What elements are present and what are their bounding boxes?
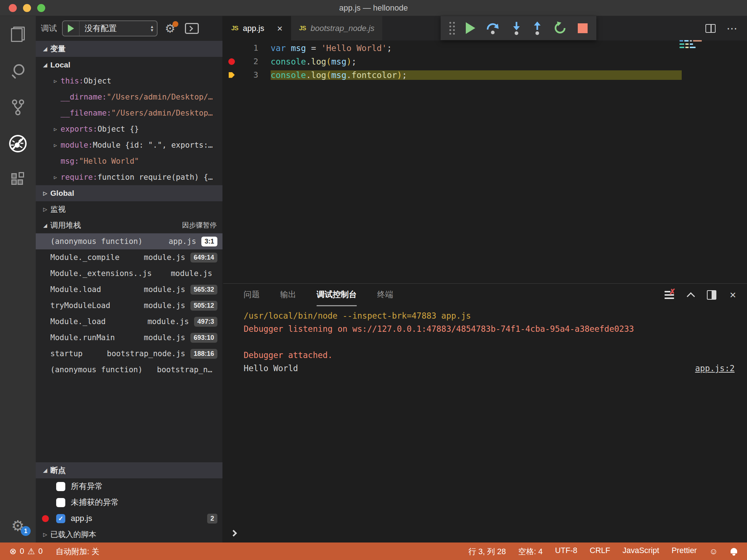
- breakpoint-label: 未捕获的异常: [71, 497, 119, 508]
- more-actions-icon[interactable]: ⋯: [727, 26, 738, 31]
- status-item[interactable]: CRLF: [590, 546, 610, 557]
- code-line[interactable]: 2console.log(msg);: [223, 55, 747, 68]
- search-icon[interactable]: [0, 52, 36, 89]
- variable-row[interactable]: ▷require: function require(path) {…: [36, 169, 222, 185]
- twistie-icon: ▷: [50, 142, 61, 148]
- breakpoint-checkbox[interactable]: [56, 498, 65, 507]
- close-panel-icon[interactable]: ×: [729, 289, 736, 300]
- call-stack-frame[interactable]: (anonymous function)bootstrap_n…: [36, 362, 222, 378]
- breakpoint-row[interactable]: 未捕获的异常: [36, 494, 222, 510]
- code-token: msg: [331, 57, 347, 66]
- configure-launch-button[interactable]: ⚙: [165, 23, 175, 34]
- step-out-button[interactable]: [532, 21, 542, 35]
- prompt-chevron-icon: [230, 530, 237, 536]
- auto-attach-status[interactable]: 自动附加: 关: [56, 546, 99, 557]
- close-tab-icon[interactable]: ×: [277, 24, 283, 33]
- console-text: Debugger attached.: [244, 349, 333, 362]
- source-location-link[interactable]: app.js:2: [695, 362, 747, 375]
- variable-row[interactable]: msg: "Hello World": [36, 153, 222, 169]
- gutter-decoration[interactable]: [223, 58, 240, 65]
- tree-section-row[interactable]: ◢Local: [36, 57, 222, 73]
- panel-tab-终端[interactable]: 终端: [377, 284, 393, 306]
- launch-configuration-dropdown[interactable]: 没有配置 ▴▾: [62, 20, 158, 36]
- code-line[interactable]: 3console.log(msg.fontcolor);: [223, 68, 747, 82]
- tree-section-row[interactable]: ▷Global: [36, 185, 222, 201]
- code-token: msg: [331, 70, 347, 80]
- continue-button[interactable]: [466, 22, 475, 34]
- notifications-bell-icon[interactable]: [730, 547, 738, 555]
- call-stack-frame[interactable]: Module._extensions..jsmodule.js: [36, 265, 222, 281]
- editor-tab[interactable]: JSapp.js×: [223, 16, 291, 40]
- call-stack-frame[interactable]: (anonymous function)app.js3:1: [36, 233, 222, 249]
- open-debug-console-button[interactable]: [185, 23, 199, 34]
- status-item[interactable]: Prettier: [671, 546, 697, 557]
- step-over-button[interactable]: [486, 22, 500, 35]
- minimize-window-button[interactable]: [23, 4, 31, 12]
- editor-tab[interactable]: JSbootstrap_node.js: [291, 16, 383, 40]
- call-stack-frame[interactable]: Module.runMainmodule.js693:10: [36, 330, 222, 346]
- tree-section-row[interactable]: ▷监视: [36, 201, 222, 217]
- tree-section-row[interactable]: ◢调用堆栈因步骤暂停: [36, 217, 222, 233]
- editor-gutter[interactable]: 2: [223, 57, 271, 66]
- status-item[interactable]: UTF-8: [555, 546, 577, 557]
- breakpoint-dot-icon: [228, 58, 235, 65]
- zoom-window-button[interactable]: [37, 4, 45, 12]
- breakpoint-row[interactable]: 所有异常: [36, 478, 222, 494]
- debug-console-input[interactable]: [223, 526, 747, 540]
- loaded-scripts-header[interactable]: ▷已载入的脚本: [36, 526, 222, 542]
- frame-line-badge: 565:32: [190, 285, 217, 295]
- debug-console-output: /usr/local/bin/node --inspect-brk=47883 …: [223, 306, 747, 375]
- variable-name: exports:: [61, 125, 97, 133]
- call-stack-frame[interactable]: Module._compilemodule.js649:14: [36, 249, 222, 265]
- gutter-decoration[interactable]: [223, 72, 240, 78]
- breakpoint-checkbox[interactable]: [56, 482, 65, 491]
- variable-row[interactable]: ▷exports: Object {}: [36, 121, 222, 137]
- maximize-panel-chevron-icon[interactable]: [687, 292, 695, 301]
- variable-row[interactable]: __dirname: "/Users/admin/Desktop/…: [36, 89, 222, 105]
- step-into-button[interactable]: [511, 21, 522, 35]
- breakpoint-row[interactable]: ✓app.js2: [36, 510, 222, 526]
- drag-grip-icon[interactable]: [449, 22, 455, 35]
- source-control-icon[interactable]: [0, 89, 36, 125]
- dropdown-arrows-icon: ▴▾: [151, 25, 157, 32]
- call-stack-frame[interactable]: startupbootstrap_node.js188:16: [36, 346, 222, 362]
- split-editor-icon[interactable]: [705, 24, 716, 33]
- status-item[interactable]: JavaScript: [623, 546, 659, 557]
- clear-console-icon[interactable]: ✗: [665, 290, 675, 300]
- close-window-button[interactable]: [9, 4, 17, 12]
- code-text: console.log(msg);: [271, 57, 356, 66]
- panel-tab-问题[interactable]: 问题: [244, 284, 260, 306]
- debug-view-header: 调试 没有配置 ▴▾ ⚙: [36, 16, 222, 41]
- start-debug-button[interactable]: [63, 21, 80, 36]
- editor-gutter[interactable]: 1: [223, 43, 271, 52]
- editor-gutter[interactable]: 3: [223, 70, 271, 79]
- variable-row[interactable]: ▷module: Module {id: ".", exports:…: [36, 137, 222, 153]
- code-token: ;: [402, 70, 407, 80]
- variable-row[interactable]: ▷this: Object: [36, 73, 222, 89]
- call-stack-frame[interactable]: Module.loadmodule.js565:32: [36, 281, 222, 298]
- explorer-icon[interactable]: [0, 16, 36, 52]
- panel-tab-输出[interactable]: 输出: [280, 284, 296, 306]
- call-stack-frame[interactable]: tryModuleLoadmodule.js505:12: [36, 298, 222, 314]
- code-line[interactable]: 1var msg = 'Hello World';: [223, 41, 747, 55]
- minimap[interactable]: [680, 40, 706, 50]
- call-stack-frame[interactable]: Module._loadmodule.js497:3: [36, 314, 222, 330]
- debug-icon[interactable]: [0, 125, 36, 162]
- stop-button[interactable]: [578, 23, 588, 33]
- panel-tab-调试控制台[interactable]: 调试控制台: [317, 284, 357, 306]
- frame-file: module.js: [139, 253, 190, 262]
- magnifier-icon: [11, 63, 25, 78]
- breakpoints-header[interactable]: ◢断点: [36, 462, 222, 478]
- code-editor[interactable]: 1var msg = 'Hello World';2console.log(ms…: [223, 40, 747, 82]
- variable-row[interactable]: __filename: "/Users/admin/Desktop…: [36, 105, 222, 121]
- status-item[interactable]: 行 3, 列 28: [468, 546, 506, 557]
- extensions-icon[interactable]: [0, 162, 36, 198]
- settings-button[interactable]: ⚙ 1: [0, 518, 36, 533]
- feedback-smiley-icon[interactable]: ☺: [709, 547, 718, 556]
- restart-button[interactable]: [553, 21, 567, 35]
- panel-layout-icon[interactable]: [707, 290, 716, 300]
- status-item[interactable]: 空格: 4: [518, 546, 543, 557]
- breakpoint-checkbox[interactable]: ✓: [56, 514, 65, 523]
- tree-section-row[interactable]: ◢变量: [36, 41, 222, 57]
- problems-status[interactable]: ⊗ 0 ⚠ 0: [9, 547, 43, 556]
